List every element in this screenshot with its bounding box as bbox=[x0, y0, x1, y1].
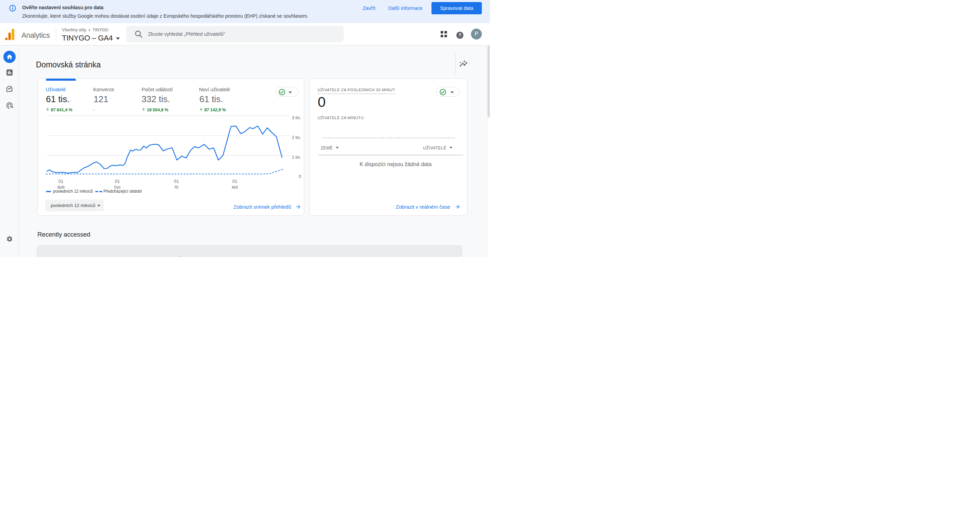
svg-text:0: 0 bbox=[299, 173, 301, 179]
svg-text:01: 01 bbox=[232, 179, 237, 184]
svg-text:3 tis.: 3 tis. bbox=[292, 115, 301, 120]
svg-text:01: 01 bbox=[59, 179, 63, 184]
svg-text:01: 01 bbox=[115, 179, 120, 184]
svg-text:2 tis.: 2 tis. bbox=[292, 134, 301, 140]
svg-text:čvc: čvc bbox=[114, 184, 121, 189]
svg-text:01: 01 bbox=[174, 179, 179, 184]
svg-text:dub: dub bbox=[57, 184, 65, 189]
svg-text:1 tis.: 1 tis. bbox=[292, 154, 301, 160]
svg-text:říj: říj bbox=[175, 184, 178, 189]
svg-text:led: led bbox=[232, 184, 237, 189]
